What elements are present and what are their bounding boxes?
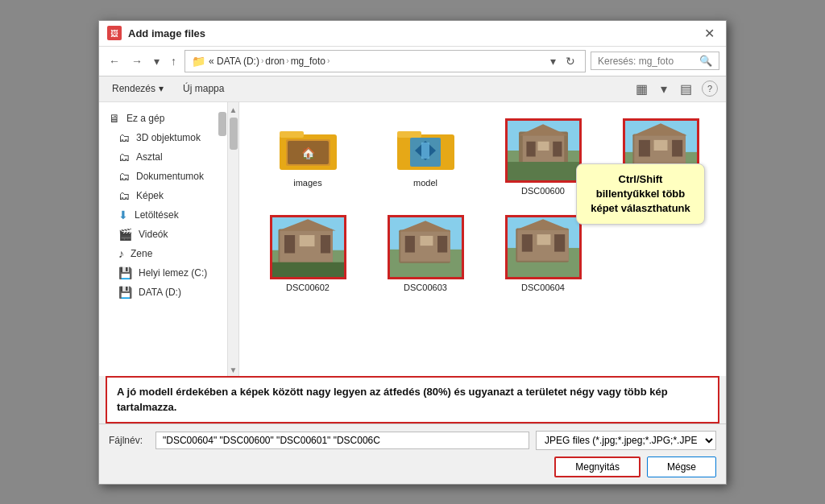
images-folder-label: images [293, 178, 321, 188]
model-folder-svg [396, 120, 456, 172]
sidebar-item-local-disk[interactable]: 💾 Helyi lemez (C:) [99, 263, 227, 283]
svg-rect-15 [537, 141, 549, 150]
downloads-icon: ⬇ [118, 209, 128, 221]
view-dropdown-button[interactable]: ▾ [657, 80, 670, 98]
sidebar-item-documents[interactable]: 🗂 Dokumentumok [99, 167, 227, 186]
svg-rect-42 [437, 235, 447, 252]
svg-rect-23 [638, 139, 649, 156]
svg-rect-18 [508, 162, 579, 180]
main-content: 🖥 Ez a gép 🗂 3D objektumok 🗂 Asztal 🗂 Do… [99, 102, 726, 376]
path-dropdown-button[interactable]: ▾ [547, 53, 559, 69]
videos-icon: 🎬 [118, 228, 132, 241]
arrange-button[interactable]: Rendezés ▾ [107, 81, 168, 97]
dsc00600-label: DSC00600 [521, 186, 565, 196]
new-folder-label: Új mappa [183, 83, 224, 94]
address-bar: ← → ▾ ↑ 📁 « DATA (D:) › dron › mg_foto ›… [99, 47, 726, 76]
folder-desktop-icon: 🗂 [118, 151, 130, 163]
view-list-button[interactable]: ▤ [677, 80, 695, 98]
arrange-label: Rendezés [112, 83, 155, 94]
sidebar-label-videos: Videók [139, 229, 168, 240]
toolbar-left: Rendezés ▾ Új mappa [107, 81, 229, 97]
dropdown-nav-button[interactable]: ▾ [151, 53, 163, 69]
sidebar-item-desktop[interactable]: 🗂 Asztal [99, 147, 227, 167]
dsc00603-thumb-container [388, 215, 464, 279]
search-input[interactable] [598, 56, 696, 67]
folder-documents-icon: 🗂 [118, 170, 130, 183]
search-box[interactable]: 🔍 [591, 52, 719, 70]
sidebar-item-pictures[interactable]: 🗂 Képek [99, 186, 227, 205]
folder-3d-icon: 🗂 [118, 131, 130, 144]
path-part-3: mg_foto [291, 56, 325, 67]
filename-row: Fájlnév: JPEG files (*.jpg;*.jpeg;*.JPG;… [109, 431, 716, 450]
back-button[interactable]: ← [106, 53, 123, 69]
sidebar-item-data-disk[interactable]: 💾 DATA (D:) [99, 283, 227, 302]
svg-rect-6 [397, 131, 421, 138]
up-button[interactable]: ↑ [168, 53, 180, 69]
file-item-dsc00602[interactable]: DSC00602 [255, 212, 360, 295]
file-item-dsc00603[interactable]: DSC00603 [373, 212, 478, 295]
filename-input[interactable] [155, 432, 529, 449]
action-row: Megnyitás Mégse [109, 456, 716, 477]
path-part-2: dron [265, 56, 284, 67]
svg-rect-25 [672, 139, 682, 156]
svg-rect-50 [554, 234, 565, 252]
file-area: ▲ ▼ 🏠 [228, 102, 726, 376]
pc-icon: 🖥 [109, 112, 120, 125]
new-folder-button[interactable]: Új mappa [178, 81, 229, 97]
filename-label: Fájlnév: [109, 435, 149, 446]
title-bar-left: 🖼 Add image files [107, 26, 205, 40]
svg-rect-9 [421, 143, 429, 159]
sidebar-label-music: Zene [131, 248, 152, 259]
local-disk-icon: 💾 [118, 266, 132, 279]
file-area-scrollbar-left[interactable]: ▲ ▼ [228, 102, 239, 376]
path-refresh-button[interactable]: ↻ [562, 53, 578, 69]
open-button[interactable]: Megnyitás [554, 456, 641, 477]
help-button[interactable]: ? [702, 81, 718, 97]
sidebar-item-3d[interactable]: 🗂 3D objektumok [99, 128, 227, 147]
file-item-model-folder[interactable]: model [373, 115, 478, 199]
annotation-text: A jó modell érdekében a képek között nag… [117, 386, 668, 414]
dialog-title: Add image files [128, 27, 205, 39]
dsc00602-label: DSC00602 [286, 283, 330, 292]
app-icon: 🖼 [107, 26, 122, 40]
sidebar-item-videos[interactable]: 🎬 Videók [99, 225, 227, 244]
svg-rect-33 [320, 235, 330, 253]
path-segments: « DATA (D:) › dron › mg_foto › [209, 56, 330, 67]
svg-rect-32 [299, 235, 314, 246]
cancel-button[interactable]: Mégse [647, 456, 716, 477]
images-folder-svg: 🏠 [278, 120, 338, 172]
view-grid-button[interactable]: ▦ [632, 80, 651, 98]
sidebar-item-downloads[interactable]: ⬇ Letöltések [99, 205, 227, 225]
dsc00604-thumb-container [505, 215, 582, 279]
svg-rect-16 [553, 141, 562, 156]
svg-rect-41 [420, 235, 433, 245]
close-button[interactable]: ✕ [701, 26, 718, 41]
toolbar-right: ▦ ▾ ▤ ? [632, 80, 718, 98]
sidebar-item-this-pc[interactable]: 🖥 Ez a gép [99, 109, 227, 128]
path-part-1: « DATA (D:) [209, 56, 259, 67]
sidebar-scrollbar-thumb [218, 112, 226, 136]
sidebar-label-3d: 3D objektumok [136, 132, 201, 143]
sidebar-label-this-pc: Ez a gép [126, 113, 164, 124]
callout-text: Ctrl/Shift billentyűkkel több képet vála… [591, 173, 690, 214]
filetype-select[interactable]: JPEG files (*.jpg;*.jpeg;*.JPG;*.JPE [536, 431, 716, 450]
sidebar-item-music[interactable]: ♪ Zene [99, 244, 227, 263]
arrange-arrow-icon: ▾ [159, 83, 164, 94]
svg-rect-31 [284, 235, 294, 253]
svg-text:🏠: 🏠 [301, 147, 315, 160]
model-folder-icon [393, 118, 458, 175]
toolbar: Rendezés ▾ Új mappa ▦ ▾ ▤ ? [99, 76, 726, 102]
address-path[interactable]: 📁 « DATA (D:) › dron › mg_foto › ▾ ↻ [184, 50, 586, 72]
svg-rect-49 [537, 234, 550, 245]
svg-rect-48 [521, 234, 532, 252]
folder-pictures-icon: 🗂 [118, 189, 130, 202]
search-icon[interactable]: 🔍 [699, 55, 712, 67]
svg-rect-24 [653, 139, 667, 150]
svg-rect-1 [280, 131, 304, 138]
folder-icon: 📁 [192, 55, 205, 68]
music-icon: ♪ [118, 247, 124, 260]
file-item-images-folder[interactable]: 🏠 images [255, 115, 360, 199]
sidebar-label-data-disk: DATA (D:) [139, 287, 181, 298]
dsc00600-thumb-container [505, 118, 582, 183]
forward-button[interactable]: → [128, 53, 146, 69]
